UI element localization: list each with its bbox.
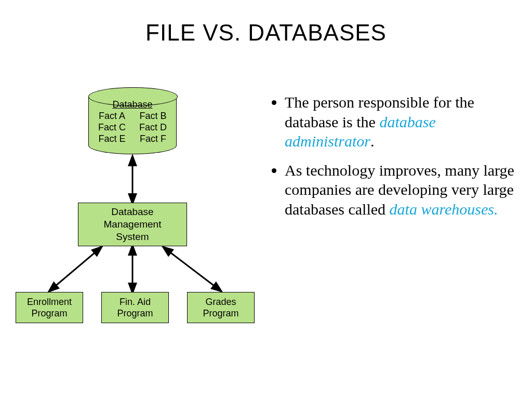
slide-title: FILE VS. DATABASES <box>0 0 532 46</box>
fact-b: Fact B <box>137 110 169 122</box>
program-line: Fin. Aid <box>102 296 168 308</box>
program-line: Program <box>188 308 254 319</box>
dbms-box: Database Management System <box>78 203 187 246</box>
cylinder-heading: Database <box>112 99 152 110</box>
dbms-line2: Management <box>78 218 187 231</box>
fact-d: Fact D <box>137 122 169 133</box>
bullet-text: . <box>370 132 375 150</box>
program-row: Enrollment Program Fin. Aid Program Grad… <box>16 292 255 323</box>
fact-f: Fact F <box>137 133 169 144</box>
bullet-1: The person responsible for the database … <box>285 92 514 151</box>
program-enrollment: Enrollment Program <box>16 292 83 323</box>
database-cylinder: Database Fact A Fact B Fact C Fact D Fac… <box>88 87 177 154</box>
fact-a: Fact A <box>96 110 128 122</box>
diagram-area: Database Fact A Fact B Fact C Fact D Fac… <box>16 83 255 353</box>
dbms-line1: Database <box>78 206 187 218</box>
program-line: Grades <box>188 296 254 308</box>
svg-line-3 <box>166 249 218 289</box>
bullet-content: The person responsible for the database … <box>270 92 514 228</box>
program-finaid: Fin. Aid Program <box>101 292 169 323</box>
fact-c: Fact C <box>96 122 128 133</box>
svg-line-1 <box>52 249 99 289</box>
program-line: Enrollment <box>16 296 83 308</box>
program-line: Program <box>16 308 83 319</box>
dbms-line3: System <box>78 231 187 243</box>
program-grades: Grades Program <box>187 292 255 323</box>
term-data-warehouses: data warehouses. <box>390 201 498 218</box>
program-line: Program <box>102 308 168 319</box>
fact-e: Fact E <box>96 133 128 144</box>
bullet-2: As technology improves, many large compa… <box>285 161 514 219</box>
